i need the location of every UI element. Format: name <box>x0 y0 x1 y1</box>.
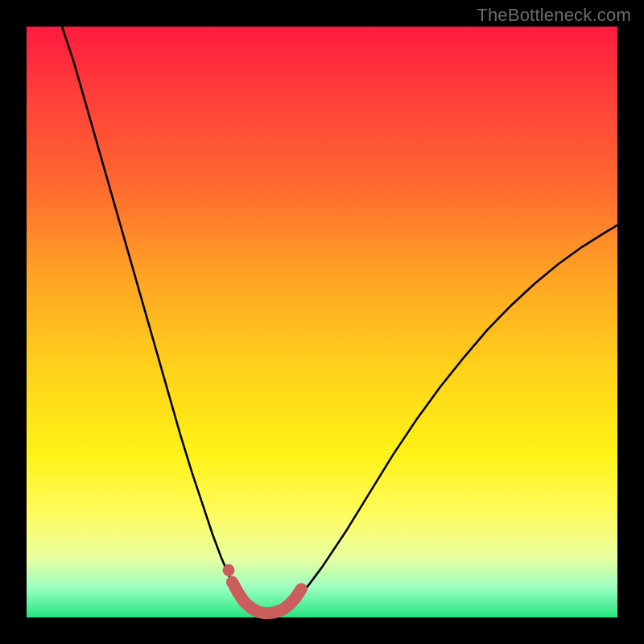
chart-curve-layer <box>27 27 617 617</box>
chart-frame: TheBottleneck.com <box>0 0 644 644</box>
watermark-text: TheBottleneck.com <box>477 5 631 26</box>
bottleneck-highlight-segment <box>232 582 301 613</box>
bottleneck-marker-dot <box>223 564 235 576</box>
bottleneck-curve <box>62 27 617 613</box>
